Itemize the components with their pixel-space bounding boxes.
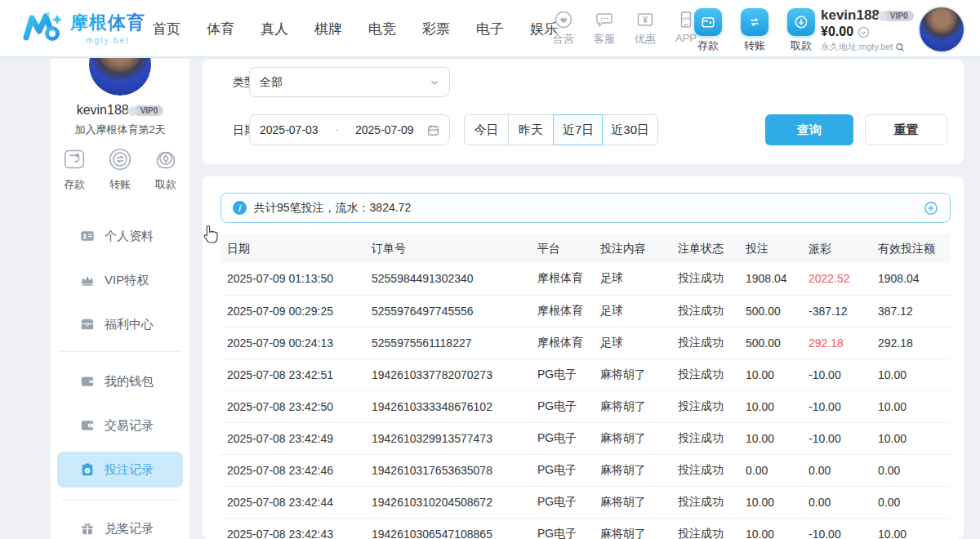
search-address-icon[interactable] (895, 42, 905, 52)
nav-item-6[interactable]: 电子 (471, 16, 509, 42)
cell-status: 投注成功 (671, 295, 739, 327)
nav-item-0[interactable]: 首页 (148, 16, 185, 42)
col-bet: 投注 (739, 234, 802, 263)
cell-content: 麻将胡了 (594, 390, 671, 422)
cell-status: 投注成功 (671, 359, 739, 390)
quick-range-0[interactable]: 今日 (464, 114, 509, 145)
cell-payout: 0.00 (802, 454, 871, 486)
cell-platform: PG电子 (531, 518, 594, 539)
cell-bet: 10.00 (739, 422, 802, 454)
transfer-button[interactable]: 转账 (737, 8, 773, 53)
cell-platform: PG电子 (531, 390, 594, 422)
cell-valid: 10.00 (871, 422, 951, 454)
table-row: 2025-07-09 00:29:255255976497745556摩根体育足… (220, 295, 951, 327)
reset-button[interactable]: 重置 (865, 114, 947, 145)
support-link[interactable]: 客服 (588, 10, 621, 47)
sidebar-item-bet-records[interactable]: 投注记录 (57, 452, 183, 488)
header-wallet-actions: 存款 转账 取款 (690, 8, 819, 53)
table-row: 2025-07-08 23:42:491942610329913577473PG… (220, 422, 951, 454)
cell-payout: -10.00 (802, 390, 871, 422)
nav-item-2[interactable]: 真人 (256, 16, 293, 42)
cell-payout: 292.18 (802, 327, 871, 359)
cell-date: 2025-07-08 23:42:51 (220, 359, 365, 390)
quick-link-label: 优惠 (635, 32, 656, 47)
join-days-text: 加入摩根体育第2天 (51, 122, 189, 137)
cell-date: 2025-07-09 00:24:13 (220, 327, 365, 359)
bet-record-icon (80, 462, 95, 477)
table-header-row: 日期 订单号 平台 投注内容 注单状态 投注 派彩 有效投注额 (220, 234, 951, 263)
cell-content: 足球 (594, 327, 671, 359)
balance-refresh-icon[interactable] (858, 26, 870, 38)
user-avatar[interactable] (918, 6, 965, 53)
cell-valid: 387.12 (871, 295, 951, 327)
date-from-value: 2025-07-03 (260, 123, 318, 136)
cell-status: 投注成功 (671, 263, 739, 295)
quick-range-1[interactable]: 昨天 (509, 114, 554, 145)
cell-order: 5255984491302340 (365, 263, 531, 295)
expand-icon[interactable] (924, 201, 938, 216)
bet-records-table: 日期 订单号 平台 投注内容 注单状态 投注 派彩 有效投注额 2025-07-… (220, 234, 951, 539)
logo-title: 摩根体育 (70, 11, 145, 35)
sidebar-item-transactions[interactable]: 交易记录 (57, 408, 183, 443)
balance-amount: ¥0.00 (821, 24, 853, 39)
cell-platform: 摩根体育 (531, 327, 594, 359)
cell-bet: 500.00 (739, 327, 802, 359)
logo-subtitle: mgty.bet (86, 36, 130, 45)
cell-valid: 1908.04 (871, 263, 951, 295)
quick-range-3[interactable]: 近30日 (603, 114, 658, 145)
sidebar-item-welfare[interactable]: 福利中心 (57, 306, 183, 342)
wallet-action-label: 取款 (791, 38, 812, 53)
promo-link[interactable]: ¥ 优惠 (629, 10, 662, 47)
nav-item-1[interactable]: 体育 (202, 16, 239, 42)
cell-date: 2025-07-08 23:42:44 (220, 486, 365, 518)
site-logo[interactable]: 摩根体育 mgty.bet (21, 7, 145, 49)
cell-content: 麻将胡了 (594, 486, 671, 518)
withdraw-icon (793, 14, 809, 30)
cell-order: 1942610317653635078 (365, 454, 531, 486)
col-date: 日期 (220, 234, 365, 263)
table-row: 2025-07-09 00:24:135255975561118227摩根体育足… (220, 327, 951, 359)
deposit-button[interactable]: 存款 (690, 8, 726, 53)
main-nav: 首页体育真人棋牌电竞彩票电子娱乐 (148, 0, 563, 58)
wallet-icon (80, 374, 95, 389)
partner-link[interactable]: 合营 (547, 10, 580, 47)
col-platform: 平台 (531, 234, 594, 263)
withdraw-button[interactable]: 取款 (783, 8, 819, 53)
sidebar-item-vip[interactable]: VIP特权 (57, 262, 183, 298)
cell-platform: 摩根体育 (531, 295, 594, 327)
type-select[interactable]: 全部 (249, 67, 450, 97)
coupon-icon: ¥ (635, 10, 655, 29)
table-body: 2025-07-09 01:13:505255984491302340摩根体育足… (220, 263, 951, 539)
quick-link-label: 客服 (594, 32, 615, 47)
col-payout: 派彩 (802, 234, 871, 263)
quick-range-2[interactable]: 近7日 (553, 114, 603, 145)
sidebar-withdraw-button[interactable]: 取款 (152, 145, 180, 192)
sidebar-item-redeem[interactable]: 兑奖记录 (57, 510, 183, 539)
cell-order: 1942610329913577473 (365, 422, 531, 454)
sidebar-item-label: 交易记录 (105, 418, 154, 434)
sidebar-item-wallet[interactable]: 我的钱包 (57, 363, 183, 399)
deposit-icon (700, 14, 716, 30)
chat-icon (595, 10, 614, 29)
sidebar-transfer-button[interactable]: 转账 (106, 145, 134, 192)
sidebar-item-profile[interactable]: 个人资料 (57, 218, 183, 254)
table-row: 2025-07-08 23:42:511942610337782070273PG… (220, 359, 951, 390)
cell-bet: 10.00 (739, 390, 802, 422)
search-button[interactable]: 查询 (765, 114, 853, 145)
cell-content: 麻将胡了 (594, 422, 671, 454)
date-range-input[interactable]: 2025-07-03 - 2025-07-09 (249, 114, 450, 145)
cell-payout: -10.00 (802, 422, 871, 454)
cell-payout: 2022.52 (802, 263, 871, 295)
nav-item-5[interactable]: 彩票 (417, 16, 455, 42)
nav-item-4[interactable]: 电竞 (363, 16, 401, 42)
wallet-action-label: 存款 (697, 38, 719, 53)
transaction-record-icon (80, 418, 95, 433)
sidebar-deposit-button[interactable]: 存款 (60, 145, 88, 192)
cell-content: 麻将胡了 (594, 518, 671, 539)
date-separator: - (335, 123, 339, 136)
cell-valid: 0.00 (871, 454, 951, 486)
cell-order: 1942610306547108865 (365, 518, 531, 539)
cell-platform: PG电子 (531, 359, 594, 390)
nav-item-3[interactable]: 棋牌 (310, 16, 347, 42)
sidebar-item-label: VIP特权 (105, 273, 149, 288)
